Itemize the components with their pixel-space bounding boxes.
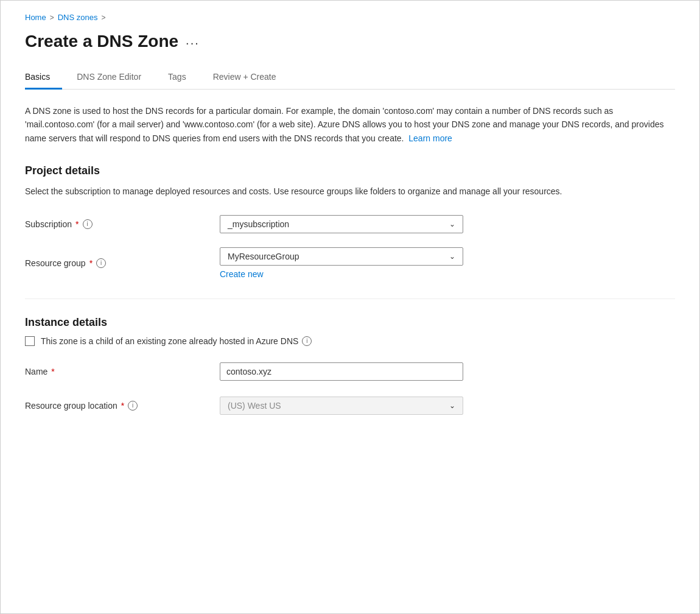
tab-review-create[interactable]: Review + Create (213, 66, 289, 90)
resource-group-location-chevron-icon: ⌄ (449, 401, 455, 410)
subscription-row: Subscription * i _mysubscription ⌄ (25, 213, 675, 235)
breadcrumb-dns-zones[interactable]: DNS zones (58, 13, 98, 22)
resource-group-location-control-wrapper: (US) West US ⌄ (220, 397, 463, 415)
child-zone-label: This zone is a child of an existing zone… (41, 336, 312, 346)
section-divider (25, 298, 675, 299)
child-zone-row: This zone is a child of an existing zone… (25, 336, 675, 346)
name-label: Name * (25, 367, 220, 376)
tab-bar: Basics DNS Zone Editor Tags Review + Cre… (25, 66, 675, 90)
create-new-link[interactable]: Create new (220, 269, 264, 279)
name-control-wrapper (220, 362, 463, 381)
instance-details-title: Instance details (25, 316, 675, 329)
project-details-subtitle: Select the subscription to manage deploy… (25, 185, 664, 198)
resource-group-required: * (89, 258, 93, 268)
subscription-value: _mysubscription (228, 219, 289, 229)
page-title: Create a DNS Zone (25, 32, 178, 51)
resource-group-control-wrapper: MyResourceGroup ⌄ Create new (220, 247, 463, 279)
name-row: Name * (25, 361, 675, 383)
resource-group-dropdown[interactable]: MyResourceGroup ⌄ (220, 247, 463, 266)
subscription-label: Subscription * i (25, 219, 220, 229)
resource-group-label: Resource group * i (25, 258, 220, 268)
resource-group-chevron-icon: ⌄ (449, 252, 455, 261)
more-options-button[interactable]: ··· (186, 36, 200, 50)
learn-more-link[interactable]: Learn more (408, 133, 452, 143)
breadcrumb-home[interactable]: Home (25, 13, 46, 22)
tab-dns-zone-editor[interactable]: DNS Zone Editor (77, 66, 153, 90)
subscription-info-icon[interactable]: i (83, 219, 93, 229)
subscription-chevron-icon: ⌄ (449, 220, 455, 228)
instance-details-section: Instance details This zone is a child of… (25, 316, 675, 417)
resource-group-value: MyResourceGroup (228, 252, 299, 261)
breadcrumb-sep1: > (50, 13, 54, 22)
child-zone-checkbox[interactable] (25, 336, 35, 346)
resource-group-location-row: Resource group location * i (US) West US… (25, 395, 675, 417)
resource-group-location-dropdown: (US) West US ⌄ (220, 397, 463, 415)
tab-basics[interactable]: Basics (25, 66, 62, 90)
description-text: A DNS zone is used to host the DNS recor… (25, 104, 664, 145)
resource-group-info-icon[interactable]: i (96, 258, 106, 268)
resource-group-location-info-icon[interactable]: i (128, 401, 138, 411)
resource-group-row: Resource group * i MyResourceGroup ⌄ Cre… (25, 247, 675, 279)
project-details-section: Project details Select the subscription … (25, 164, 675, 278)
resource-group-location-required: * (121, 401, 124, 411)
project-details-title: Project details (25, 164, 675, 177)
name-required: * (51, 367, 54, 376)
breadcrumb-sep2: > (101, 13, 105, 22)
resource-group-location-value: (US) West US (228, 401, 281, 411)
child-zone-info-icon[interactable]: i (302, 336, 312, 346)
resource-group-location-label: Resource group location * i (25, 401, 220, 411)
breadcrumb: Home > DNS zones > (25, 13, 675, 22)
subscription-control-wrapper: _mysubscription ⌄ (220, 215, 463, 233)
subscription-dropdown[interactable]: _mysubscription ⌄ (220, 215, 463, 233)
name-input[interactable] (220, 362, 463, 381)
subscription-required: * (75, 219, 79, 229)
tab-tags[interactable]: Tags (168, 66, 198, 90)
